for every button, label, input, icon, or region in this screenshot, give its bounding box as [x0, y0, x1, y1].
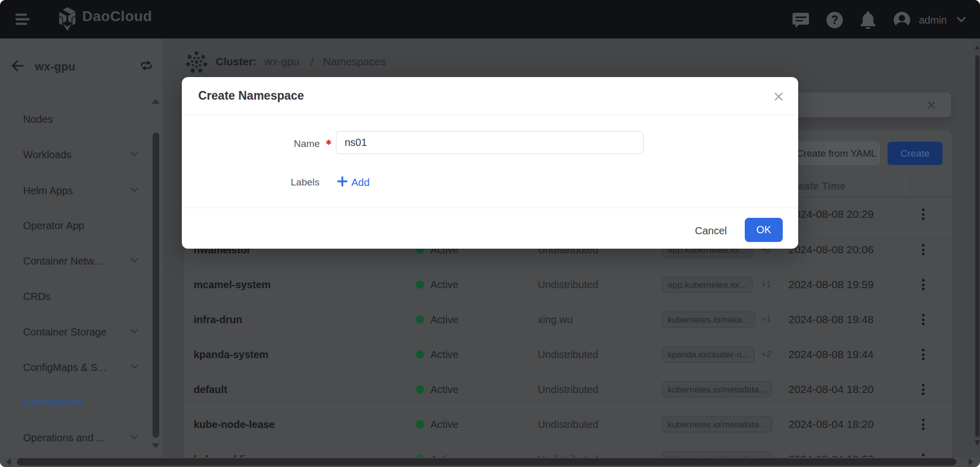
svg-text:?: ? — [831, 13, 838, 27]
